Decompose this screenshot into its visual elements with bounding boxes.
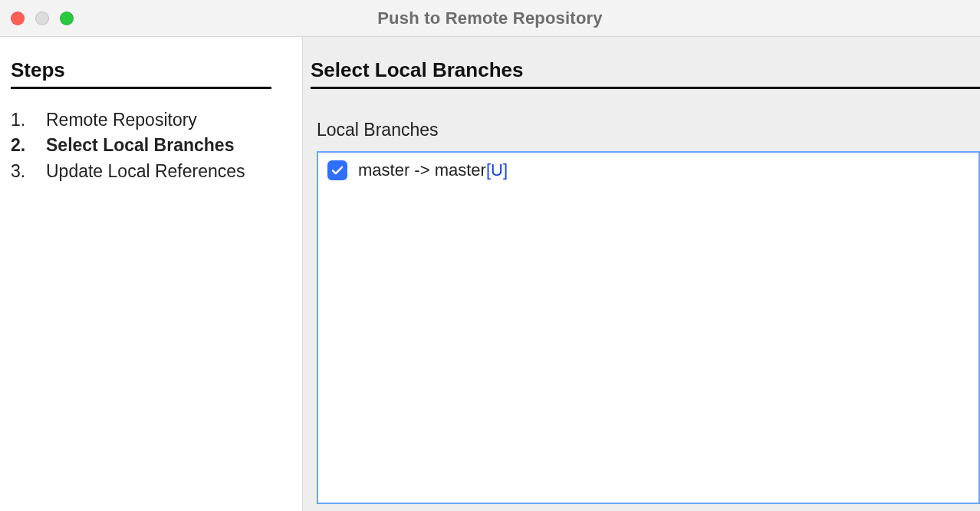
steps-list: 1. Remote Repository 2. Select Local Bra… — [11, 107, 288, 184]
branches-section-label: Local Branches — [317, 120, 980, 140]
window-titlebar: Push to Remote Repository — [0, 0, 980, 37]
local-branches-list[interactable]: master -> master [U] — [317, 151, 980, 504]
branch-mapping: master -> master — [358, 160, 486, 180]
close-icon[interactable] — [11, 12, 25, 25]
zoom-icon[interactable] — [60, 12, 74, 25]
branch-label: master -> master [U] — [358, 160, 508, 180]
main-panel: Select Local Branches Local Branches mas… — [303, 37, 980, 511]
branch-status-flag: [U] — [486, 160, 508, 180]
step-select-local-branches[interactable]: 2. Select Local Branches — [11, 133, 288, 158]
minimize-icon[interactable] — [35, 12, 49, 25]
step-update-local-references[interactable]: 3. Update Local References — [11, 159, 288, 184]
window-title: Push to Remote Repository — [0, 8, 980, 28]
branch-row[interactable]: master -> master [U] — [327, 160, 969, 180]
step-label: Remote Repository — [46, 107, 288, 133]
step-number: 3. — [11, 159, 46, 184]
step-label: Select Local Branches — [46, 133, 288, 158]
check-icon — [331, 163, 344, 177]
traffic-lights — [11, 12, 74, 25]
branch-checkbox[interactable] — [327, 160, 347, 180]
step-label: Update Local References — [46, 159, 288, 184]
step-number: 2. — [11, 133, 46, 158]
step-remote-repository[interactable]: 1. Remote Repository — [11, 107, 288, 133]
panel-heading: Select Local Branches — [311, 58, 980, 89]
step-number: 1. — [11, 107, 46, 133]
wizard-steps-sidebar: Steps 1. Remote Repository 2. Select Loc… — [0, 37, 303, 511]
steps-heading: Steps — [11, 58, 271, 89]
